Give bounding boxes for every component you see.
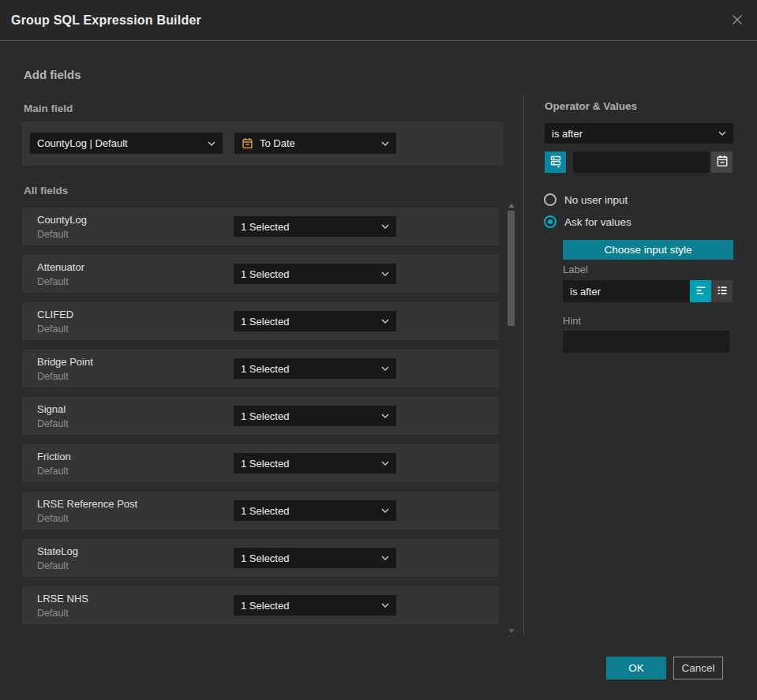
date-picker-button[interactable]	[711, 152, 733, 173]
all-fields-label: All fields	[24, 185, 68, 197]
field-row: Bridge Point Default 1 Selected	[22, 350, 499, 387]
field-name: LRSE NHS	[37, 593, 88, 605]
field-name: Signal	[37, 403, 66, 415]
field-row: Friction Default 1 Selected	[22, 444, 499, 482]
chevron-down-icon	[381, 271, 389, 276]
field-row: StateLog Default 1 Selected	[22, 539, 499, 577]
field-selected-dropdown[interactable]: 1 Selected	[234, 406, 396, 426]
chevron-down-icon	[381, 224, 389, 229]
selected-count-value: 1 Selected	[241, 268, 377, 280]
dialog-titlebar: Group SQL Expression Builder	[0, 0, 757, 41]
field-subtitle: Default	[37, 418, 69, 429]
field-subtitle: Default	[37, 229, 69, 240]
selected-count-value: 1 Selected	[241, 552, 377, 564]
selected-count-value: 1 Selected	[241, 505, 377, 517]
dialog-title: Group SQL Expression Builder	[11, 0, 201, 41]
stack-input-type-icon	[549, 155, 562, 170]
field-name: Attenuator	[37, 261, 84, 273]
chevron-down-icon	[381, 603, 389, 608]
field-name: Bridge Point	[37, 356, 93, 368]
operator-values-heading: Operator & Values	[545, 100, 637, 112]
value-input[interactable]	[573, 152, 710, 173]
field-subtitle: Default	[37, 513, 69, 524]
radio-no-user-input-label: No user input	[564, 194, 628, 206]
cancel-button[interactable]: Cancel	[673, 657, 723, 679]
radio-no-user-input[interactable]: No user input	[544, 193, 628, 206]
main-field-label: Main field	[24, 103, 73, 114]
field-selected-dropdown[interactable]: 1 Selected	[234, 500, 396, 521]
operator-select[interactable]: is after	[545, 123, 733, 144]
field-name: CLIFED	[37, 309, 73, 320]
field-subtitle: Default	[37, 466, 69, 477]
field-selected-dropdown[interactable]: 1 Selected	[234, 264, 396, 284]
field-subtitle: Default	[37, 371, 69, 382]
field-name: CountyLog	[37, 214, 87, 226]
selected-count-value: 1 Selected	[241, 458, 377, 470]
chevron-down-icon	[381, 141, 389, 146]
calendar-icon	[242, 137, 253, 149]
selected-count-value: 1 Selected	[241, 600, 377, 612]
field-selected-dropdown[interactable]: 1 Selected	[234, 311, 396, 331]
chevron-down-icon	[381, 414, 389, 418]
field-subtitle: Default	[37, 324, 69, 335]
chevron-down-icon	[381, 461, 389, 466]
hint-caption: Hint	[563, 315, 581, 327]
list-input-icon	[716, 284, 729, 299]
field-name: LRSE Reference Post	[37, 498, 137, 510]
add-fields-heading: Add fields	[24, 68, 81, 81]
field-name: Friction	[37, 451, 71, 462]
radio-ask-for-values[interactable]: Ask for values	[544, 215, 631, 228]
radio-ask-for-values-label: Ask for values	[564, 216, 631, 228]
all-fields-list: CountyLog Default 1 Selected Attenuator …	[22, 208, 499, 634]
field-subtitle: Default	[37, 608, 69, 619]
main-field-select[interactable]: CountyLog | Default	[30, 133, 223, 154]
field-selected-dropdown[interactable]: 1 Selected	[234, 548, 396, 568]
single-line-style-button[interactable]	[690, 280, 711, 302]
calendar-icon	[716, 155, 729, 170]
field-row: LRSE Reference Post Default 1 Selected	[22, 492, 499, 530]
field-selected-dropdown[interactable]: 1 Selected	[234, 595, 396, 616]
field-row: CLIFED Default 1 Selected	[22, 302, 499, 340]
field-name: StateLog	[37, 545, 78, 557]
input-type-button[interactable]	[545, 152, 566, 173]
choose-input-style-button[interactable]: Choose input style	[563, 240, 733, 260]
label-input[interactable]	[563, 280, 690, 302]
hint-input[interactable]	[563, 331, 729, 353]
date-type-select-value: To Date	[260, 137, 377, 149]
selected-count-value: 1 Selected	[241, 316, 377, 328]
field-subtitle: Default	[37, 276, 69, 287]
field-row: CountyLog Default 1 Selected	[22, 208, 499, 245]
radio-circle-selected	[544, 215, 557, 228]
main-field-select-value: CountyLog | Default	[37, 137, 203, 149]
field-selected-dropdown[interactable]: 1 Selected	[234, 453, 396, 474]
chevron-down-icon	[381, 366, 389, 371]
selected-count-value: 1 Selected	[241, 410, 377, 422]
ok-button[interactable]: OK	[606, 657, 666, 679]
main-field-panel: CountyLog | Default To Date	[22, 122, 504, 166]
single-line-input-icon	[695, 284, 707, 299]
field-selected-dropdown[interactable]: 1 Selected	[234, 216, 396, 237]
scrollbar-thumb[interactable]	[508, 211, 515, 326]
label-caption: Label	[563, 264, 588, 275]
close-button[interactable]	[729, 13, 745, 29]
date-type-select[interactable]: To Date	[234, 133, 396, 154]
selected-count-value: 1 Selected	[241, 221, 377, 233]
close-icon	[730, 13, 744, 30]
operator-select-value: is after	[552, 128, 714, 140]
chevron-down-icon	[208, 141, 215, 146]
field-row: Attenuator Default 1 Selected	[22, 255, 499, 293]
field-row: LRSE NHS Default 1 Selected	[22, 586, 499, 624]
field-selected-dropdown[interactable]: 1 Selected	[234, 358, 396, 379]
field-subtitle: Default	[37, 560, 69, 571]
panel-divider	[523, 95, 524, 635]
chevron-down-icon	[381, 319, 389, 324]
radio-circle	[544, 193, 557, 206]
field-row: Signal Default 1 Selected	[22, 397, 499, 435]
chevron-down-icon	[381, 508, 389, 513]
scrollbar-up-arrow[interactable]	[508, 204, 515, 208]
chevron-down-icon	[718, 131, 726, 136]
chevron-down-icon	[381, 556, 389, 560]
selected-count-value: 1 Selected	[241, 363, 377, 375]
scrollbar-down-arrow[interactable]	[508, 629, 515, 633]
list-style-button[interactable]	[711, 280, 733, 302]
